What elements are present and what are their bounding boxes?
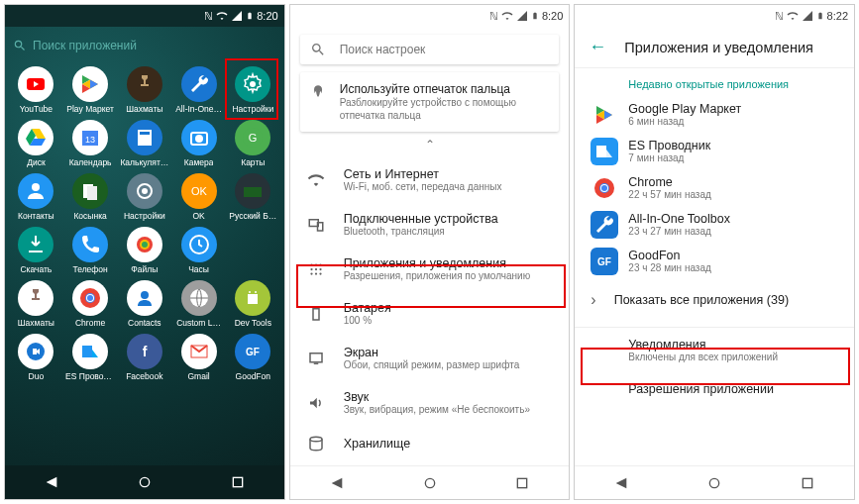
app-шахматы[interactable]: Шахматы bbox=[117, 66, 171, 114]
highlight-show-all bbox=[581, 348, 850, 385]
app-facebook[interactable]: fFacebook bbox=[117, 334, 171, 381]
header: ← Приложения и уведомления bbox=[575, 27, 854, 68]
nav-home-icon[interactable] bbox=[422, 475, 438, 491]
app-файлы[interactable]: Файлы bbox=[117, 227, 171, 274]
svg-rect-59 bbox=[803, 478, 811, 487]
signal-icon bbox=[802, 10, 813, 22]
nav-back-icon[interactable] bbox=[613, 475, 629, 491]
search-settings[interactable]: Поиск настроек bbox=[300, 35, 560, 64]
nfc-icon: ℕ bbox=[204, 10, 213, 23]
svg-point-24 bbox=[141, 291, 149, 299]
recent-app-goodfon[interactable]: GFGoodFon23 ч 28 мин назад bbox=[575, 243, 854, 279]
sound-icon bbox=[306, 394, 326, 412]
recent-app-es-проводник[interactable]: ES Проводник7 мин назад bbox=[575, 133, 854, 169]
app-custom-l-[interactable]: Custom L… bbox=[171, 280, 226, 328]
app-настройки[interactable]: Настройки bbox=[117, 173, 171, 221]
app-русский-б-[interactable]: Русский Б… bbox=[226, 173, 280, 221]
recent-app-google-play-маркет[interactable]: Google Play Маркет6 мин назад bbox=[575, 96, 854, 133]
app-карты[interactable]: GКарты bbox=[226, 120, 280, 167]
app-часы[interactable]: Часы bbox=[171, 227, 226, 274]
app-dev-tools[interactable]: Dev Tools bbox=[226, 280, 280, 328]
nav-back-icon[interactable] bbox=[44, 474, 59, 490]
fingerprint-sub: Разблокируйте устройство с помощью отпеч… bbox=[340, 96, 550, 122]
svg-rect-46 bbox=[313, 308, 319, 319]
svg-rect-15 bbox=[244, 187, 262, 197]
svg-rect-12 bbox=[87, 186, 97, 200]
nav-back-icon[interactable] bbox=[329, 475, 345, 491]
nav-recent-icon[interactable] bbox=[800, 475, 815, 491]
app-play-маркет[interactable]: Play Маркет bbox=[63, 66, 118, 114]
app-калькулят-[interactable]: Калькулят… bbox=[117, 120, 171, 167]
nav-home-icon[interactable] bbox=[137, 474, 153, 490]
collapse-arrow-icon[interactable]: ⌃ bbox=[290, 136, 570, 157]
search-placeholder: Поиск настроек bbox=[340, 43, 426, 56]
svg-rect-49 bbox=[313, 362, 318, 364]
app-календарь[interactable]: 13Календарь bbox=[63, 120, 118, 167]
recent-app-chrome[interactable]: Chrome22 ч 57 мин назад bbox=[575, 169, 854, 206]
apps-body: ← Приложения и уведомления Недавно откры… bbox=[575, 27, 854, 465]
fingerprint-title: Используйте отпечаток пальца bbox=[340, 82, 550, 96]
app-es-провод-[interactable]: ES Провод… bbox=[63, 334, 118, 381]
battery-icon bbox=[246, 10, 254, 22]
recent-app-all-in-one-toolbox[interactable]: All-In-One Toolbox23 ч 27 мин назад bbox=[575, 206, 854, 243]
svg-point-23 bbox=[87, 295, 93, 301]
app-шахматы[interactable]: Шахматы bbox=[9, 280, 63, 328]
svg-point-50 bbox=[310, 437, 322, 442]
settings-row-devices[interactable]: Подключенные устройстваBluetooth, трансл… bbox=[290, 202, 570, 247]
svg-text:GF: GF bbox=[246, 347, 260, 357]
display-icon bbox=[306, 350, 326, 367]
svg-rect-52 bbox=[518, 478, 527, 487]
app-goodfon[interactable]: GFGoodFon bbox=[226, 334, 280, 381]
back-arrow-icon[interactable]: ← bbox=[589, 37, 606, 57]
nav-home-icon[interactable] bbox=[706, 475, 722, 491]
svg-point-27 bbox=[249, 291, 251, 293]
svg-text:13: 13 bbox=[85, 135, 95, 145]
svg-point-56 bbox=[601, 185, 607, 191]
svg-text:GF: GF bbox=[597, 256, 611, 267]
app-duo[interactable]: Duo bbox=[9, 334, 63, 381]
nfc-icon: ℕ bbox=[775, 10, 784, 23]
svg-point-10 bbox=[32, 183, 40, 191]
app-камера[interactable]: Камера bbox=[171, 120, 226, 167]
app-диск[interactable]: Диск bbox=[9, 120, 63, 167]
storage-icon bbox=[306, 435, 326, 453]
nav-recent-icon[interactable] bbox=[514, 475, 530, 491]
app-ok[interactable]: OKOK bbox=[171, 173, 226, 221]
show-all-apps[interactable]: › Показать все приложения (39) bbox=[575, 279, 854, 321]
nav-recent-icon[interactable] bbox=[230, 474, 246, 490]
app-gmail[interactable]: Gmail bbox=[171, 334, 226, 381]
svg-point-58 bbox=[710, 478, 719, 487]
svg-point-33 bbox=[140, 477, 149, 486]
svg-text:OK: OK bbox=[191, 185, 208, 197]
svg-rect-5 bbox=[140, 132, 150, 135]
svg-point-51 bbox=[425, 478, 434, 487]
chevron-right-icon: › bbox=[591, 291, 595, 309]
search-icon bbox=[310, 42, 326, 57]
wifi-icon bbox=[787, 10, 799, 22]
app-chrome[interactable]: Chrome bbox=[63, 280, 118, 328]
svg-point-28 bbox=[255, 291, 257, 293]
app-косынка[interactable]: Косынка bbox=[63, 173, 118, 221]
wifi-icon bbox=[501, 10, 513, 22]
settings-row-display[interactable]: ЭкранОбои, спящий режим, размер шрифта bbox=[290, 336, 570, 380]
app-all-in-one-[interactable]: All-In-One… bbox=[171, 66, 226, 114]
app-скачать[interactable]: Скачать bbox=[9, 227, 63, 274]
settings-row-storage[interactable]: Хранилище bbox=[290, 425, 570, 462]
settings-row-wifi[interactable]: Сеть и ИнтернетWi-Fi, моб. сети, передач… bbox=[290, 157, 570, 202]
nav-bar bbox=[290, 465, 570, 499]
app-контакты[interactable]: Контакты bbox=[9, 173, 63, 221]
status-time: 8:20 bbox=[542, 10, 563, 22]
app-contacts[interactable]: Contacts bbox=[117, 280, 171, 328]
page-title: Приложения и уведомления bbox=[624, 40, 813, 55]
search-apps[interactable]: Поиск приложений bbox=[13, 33, 276, 58]
fingerprint-icon bbox=[310, 82, 326, 102]
settings-body: Поиск настроек Используйте отпечаток пал… bbox=[290, 27, 570, 465]
app-телефон[interactable]: Телефон bbox=[63, 227, 118, 274]
app-youtube[interactable]: YouTube bbox=[9, 66, 63, 114]
svg-text:f: f bbox=[142, 344, 147, 359]
svg-point-18 bbox=[142, 242, 148, 248]
settings-row-sound[interactable]: ЗвукЗвук, вибрация, режим «Не беспокоить… bbox=[290, 380, 570, 425]
fingerprint-suggestion[interactable]: Используйте отпечаток пальца Разблокируй… bbox=[300, 72, 560, 132]
svg-text:G: G bbox=[249, 132, 258, 144]
highlight-apps-row bbox=[296, 264, 566, 308]
